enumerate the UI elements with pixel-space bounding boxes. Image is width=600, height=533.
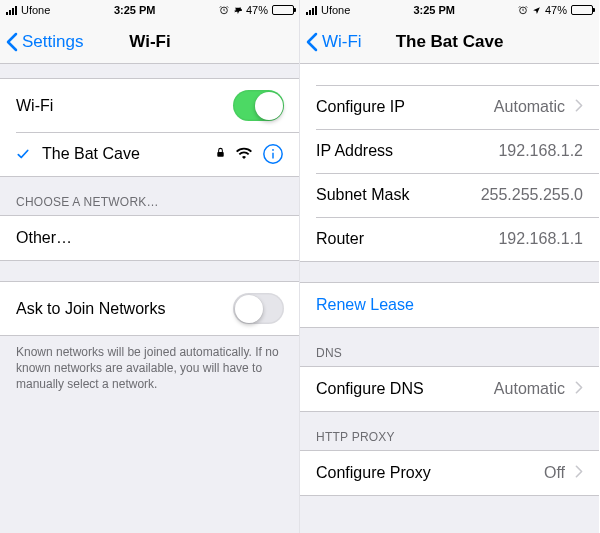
chevron-right-icon (575, 464, 583, 482)
proxy-header: HTTP PROXY (300, 412, 599, 450)
ask-join-group: Ask to Join Networks (0, 281, 300, 336)
back-button[interactable]: Wi-Fi (300, 32, 362, 52)
renew-lease-group: Renew Lease (300, 282, 599, 328)
status-bar: Ufone 3:25 PM 47% (0, 0, 300, 20)
configure-proxy-label: Configure Proxy (316, 464, 544, 482)
choose-network-header: CHOOSE A NETWORK… (0, 177, 300, 215)
svg-rect-1 (217, 152, 223, 157)
choose-network-group: Other… (0, 215, 300, 261)
network-name: The Bat Cave (42, 145, 215, 163)
location-icon (233, 6, 242, 15)
battery-pct: 47% (246, 4, 268, 16)
battery-pct: 47% (545, 4, 567, 16)
nav-bar: Wi-Fi The Bat Cave (300, 20, 599, 64)
connected-network-row[interactable]: The Bat Cave (0, 132, 300, 176)
location-icon (532, 6, 541, 15)
ipv4-group: . Configure IP Automatic IP Address 192.… (300, 64, 599, 262)
ip-address-label: IP Address (316, 142, 498, 160)
chevron-right-icon (575, 380, 583, 398)
configure-proxy-row[interactable]: Configure Proxy Off (300, 451, 599, 495)
carrier-label: Ufone (21, 4, 50, 16)
ask-join-toggle[interactable] (233, 293, 284, 324)
info-icon[interactable] (262, 143, 284, 165)
status-time: 3:25 PM (350, 4, 518, 16)
ip-address-row: IP Address 192.168.1.2 (300, 129, 599, 173)
configure-dns-value: Automatic (494, 380, 565, 398)
subnet-mask-value: 255.255.255.0 (481, 186, 583, 204)
signal-icon (6, 6, 17, 15)
ip-address-value: 192.168.1.2 (498, 142, 583, 160)
battery-icon (571, 5, 593, 15)
chevron-left-icon (6, 32, 18, 52)
nav-bar: Settings Wi-Fi (0, 20, 300, 64)
other-label: Other… (16, 229, 284, 247)
lock-icon (215, 145, 226, 163)
alarm-icon (219, 5, 229, 15)
subnet-mask-row: Subnet Mask 255.255.255.0 (300, 173, 599, 217)
status-time: 3:25 PM (50, 4, 219, 16)
dns-group: Configure DNS Automatic (300, 366, 599, 412)
screen-network-details: Ufone 3:25 PM 47% Wi-Fi The Bat Cave . C… (299, 0, 599, 533)
chevron-right-icon (575, 98, 583, 116)
configure-dns-row[interactable]: Configure DNS Automatic (300, 367, 599, 411)
configure-proxy-value: Off (544, 464, 565, 482)
content-area: . Configure IP Automatic IP Address 192.… (300, 64, 599, 533)
wifi-strength-icon (236, 145, 252, 163)
carrier-label: Ufone (321, 4, 350, 16)
chevron-left-icon (306, 32, 318, 52)
other-network-row[interactable]: Other… (0, 216, 300, 260)
configure-ip-row[interactable]: Configure IP Automatic (300, 85, 599, 129)
content-area: Wi-Fi The Bat Cave (0, 64, 300, 533)
alarm-icon (518, 5, 528, 15)
status-bar: Ufone 3:25 PM 47% (300, 0, 599, 20)
svg-point-4 (272, 149, 274, 151)
wifi-toggle[interactable] (233, 90, 284, 121)
ask-join-footer: Known networks will be joined automatica… (0, 336, 300, 409)
router-label: Router (316, 230, 498, 248)
back-label: Wi-Fi (322, 32, 362, 52)
ask-join-label: Ask to Join Networks (16, 300, 233, 318)
configure-dns-label: Configure DNS (316, 380, 494, 398)
proxy-group: Configure Proxy Off (300, 450, 599, 496)
ask-join-row: Ask to Join Networks (0, 282, 300, 335)
wifi-master-group: Wi-Fi The Bat Cave (0, 78, 300, 177)
configure-ip-value: Automatic (494, 98, 565, 116)
renew-lease-button[interactable]: Renew Lease (300, 283, 599, 327)
battery-icon (272, 5, 294, 15)
dns-header: DNS (300, 328, 599, 366)
configure-ip-label: Configure IP (316, 98, 494, 116)
renew-lease-label: Renew Lease (316, 296, 583, 314)
subnet-mask-label: Subnet Mask (316, 186, 481, 204)
wifi-label: Wi-Fi (16, 97, 233, 115)
checkmark-icon (16, 147, 30, 161)
router-value: 192.168.1.1 (498, 230, 583, 248)
wifi-toggle-row: Wi-Fi (0, 79, 300, 132)
back-button[interactable]: Settings (0, 32, 83, 52)
screen-wifi-settings: Ufone 3:25 PM 47% Settings Wi-Fi Wi-Fi (0, 0, 300, 533)
router-row: Router 192.168.1.1 (300, 217, 599, 261)
back-label: Settings (22, 32, 83, 52)
signal-icon (306, 6, 317, 15)
